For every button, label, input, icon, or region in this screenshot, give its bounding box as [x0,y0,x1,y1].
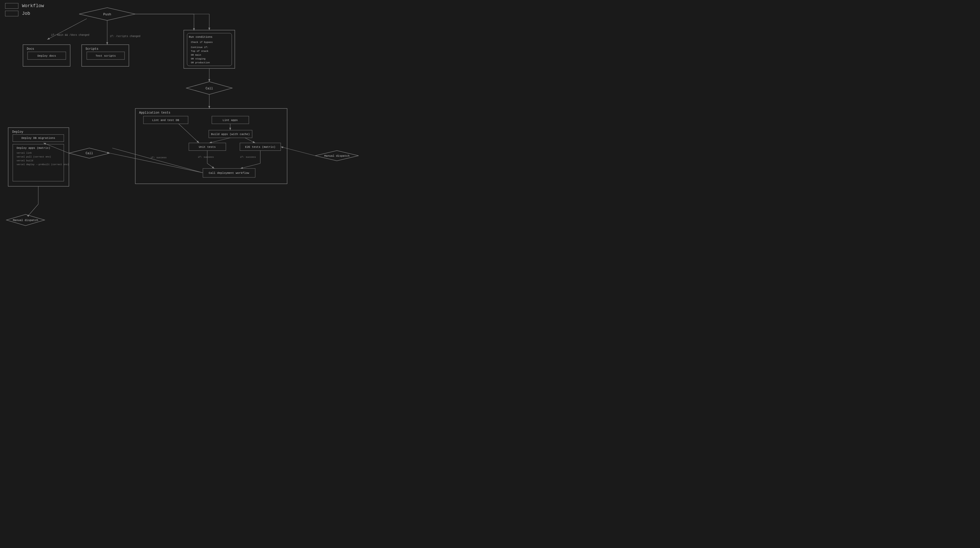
if-main-docs-label: if: main && /docs changed [51,34,89,37]
app-tests-title: Application tests [139,111,170,115]
push-label: Push [103,13,111,16]
if-success-e2e: if: success [240,156,256,159]
run-conditions-prod: OR production [191,61,210,64]
diagram-container: Workflow Job Push if: main && /docs chan… [0,0,368,230]
arrow-e2e-call2 [240,163,260,169]
call-deploy-label: Call [86,151,93,155]
manual-dispatch-left-label: Manual dispatch [13,219,38,222]
deploy-title: Deploy [12,130,23,134]
if-scripts-label: if: /scripts changed [110,35,140,38]
run-conditions-main: OR main [191,54,201,56]
deploy-apps-box [13,144,64,181]
deploy-apps-line1: vercel link [17,152,32,155]
manual-dispatch-right-label: Manual dispatch [324,155,349,158]
lint-db-label: Lint and test DB [152,119,179,122]
arrow-calldeployment-calldiamond [112,148,203,173]
build-apps-label: Build apps (with cache) [211,133,250,136]
arrow-lintdb-unit [179,124,199,143]
arrow-deploy-manual2 [29,204,38,214]
scripts-title: Scripts [86,47,98,51]
deploy-docs-label: Deploy docs [38,54,56,57]
deploy-apps-title: Deploy apps (matrix) [17,147,50,150]
unit-tests-label: Unit tests [199,145,216,148]
run-conditions-continue: Continue if: [191,46,208,49]
if-success-3-label: if: success [151,156,167,159]
call-deployment-label: Call deployment workflow [209,172,249,175]
docs-title: Docs [27,47,34,51]
arrow-unit-call2 [207,163,215,169]
arrow-manual-e2e [281,147,315,156]
deploy-apps-line4: vercel deploy --prebuilt (correct env) [17,163,69,166]
workflow-diagram: Push if: main && /docs changed if: /scri… [0,0,368,230]
arrow-build-unit [209,138,230,143]
run-conditions-staging: OR staging [191,57,205,60]
run-conditions-top: Top of stack [191,50,208,53]
run-conditions-title: Run conditions [189,35,212,38]
lint-apps-label: Lint apps [223,119,238,122]
arrow-build-e2e [245,138,255,143]
deploy-apps-line3: vercel build [17,159,33,162]
test-scripts-label: Test scripts [95,54,116,57]
deploy-db-label: Deploy DB migrations [21,137,55,140]
deploy-apps-line2: vercel pull (correct env) [17,156,51,158]
e2e-tests-label: E2E tests (matrix) [245,145,275,148]
call-label: Call [206,87,213,90]
run-conditions-check: Check if bypass [191,41,213,44]
if-success-unit: if: success [198,156,214,159]
